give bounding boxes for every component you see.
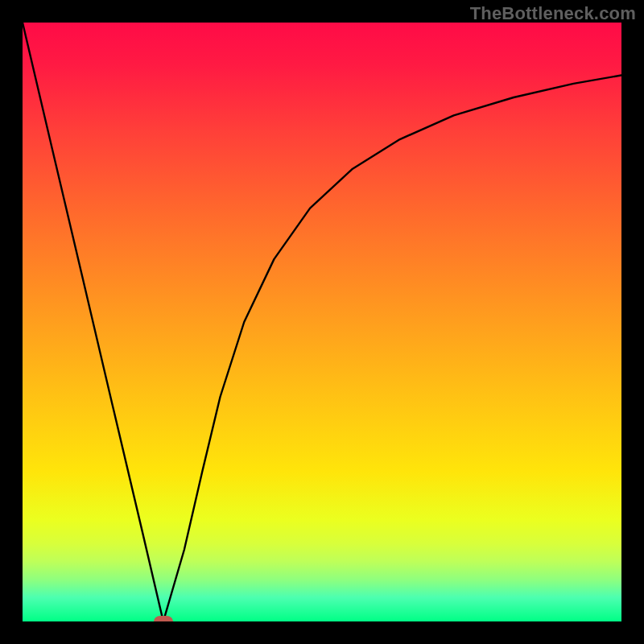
curve-svg	[23, 23, 621, 621]
watermark-text: TheBottleneck.com	[470, 3, 636, 24]
plot-area	[23, 23, 621, 621]
curve-minimum-marker	[154, 616, 173, 621]
chart-frame: TheBottleneck.com	[0, 0, 644, 644]
curve-line	[23, 23, 621, 621]
